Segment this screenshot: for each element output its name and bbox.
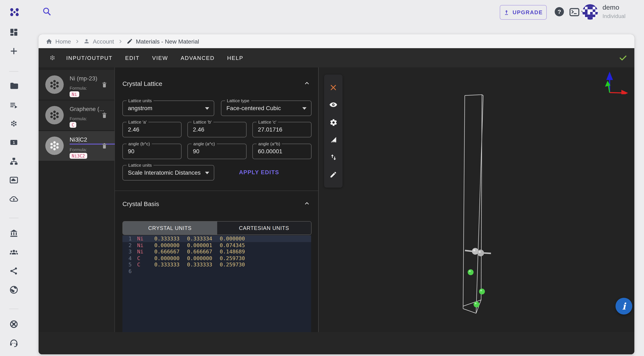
sidebar-item-create[interactable] (9, 46, 19, 56)
lattice-units-mode-select[interactable]: Lattice units Scale Interatomic Distance… (122, 165, 214, 180)
angle-bc-input[interactable]: angle (b^c) 90 (122, 144, 182, 159)
field-value: 27.01716 (258, 122, 282, 137)
menu-advanced[interactable]: ADVANCED (181, 55, 215, 61)
angle-ab-input[interactable]: angle (a^b) 60.00001 (252, 144, 312, 159)
field-value: 2.46 (128, 122, 140, 137)
lattice-b-input[interactable]: Lattice 'b' 2.46 (188, 122, 246, 137)
breadcrumb-home[interactable]: Home (46, 38, 71, 45)
menu-input-output[interactable]: INPUT/OUTPUT (66, 55, 112, 61)
tab-crystal-units[interactable]: CRYSTAL UNITS (123, 221, 217, 234)
breadcrumb-account[interactable]: Account (84, 38, 114, 45)
material-thumbnail (45, 106, 64, 124)
field-value: angstrom (128, 101, 152, 115)
breadcrumb-account-label: Account (93, 38, 114, 45)
collapse-chevron-icon[interactable] (304, 80, 310, 86)
basis-units-tabs: CRYSTAL UNITS CARTESIAN UNITS (122, 221, 312, 235)
sidebar-item-share[interactable] (9, 266, 19, 276)
close-button[interactable] (329, 83, 338, 92)
chevron-down-icon (205, 172, 209, 174)
formula-label: Formula: (70, 147, 87, 152)
lattice-c-input[interactable]: Lattice 'c' 27.01716 (252, 122, 312, 137)
swap-axes-button[interactable] (329, 153, 338, 162)
molecule-icon (9, 119, 18, 128)
svg-text:1: 1 (13, 140, 15, 145)
chevron-down-icon (302, 107, 306, 110)
edit-button[interactable] (329, 170, 338, 179)
menu-edit[interactable]: EDIT (125, 55, 140, 61)
search-button[interactable] (42, 7, 52, 17)
breadcrumb-current: Materials - New Material (126, 38, 199, 45)
axes-gizmo (604, 71, 629, 94)
help-button[interactable]: ? (555, 7, 564, 16)
basis-code-editor[interactable]: 1Ni0.3333330.3333340.000000 2Ni0.0000000… (122, 235, 311, 332)
sidebar-item-one-badge[interactable]: 1 (9, 137, 19, 148)
app-logo[interactable] (10, 7, 19, 17)
material-item-ni[interactable]: Ni (mp-23) Formula: Ni (38, 70, 114, 100)
structure-viewer-canvas[interactable]: i (319, 67, 634, 332)
sidebar-item-bank[interactable] (9, 228, 19, 238)
delete-icon[interactable] (101, 142, 108, 150)
upgrade-button[interactable]: UPGRADE (500, 5, 547, 20)
field-value: 60.00001 (258, 144, 282, 158)
editor-line: 3Ni0.6666670.6666670.148689 (122, 248, 311, 255)
delete-icon[interactable] (101, 111, 108, 119)
sidebar-item-cloud-upload[interactable] (9, 194, 19, 204)
material-item-ni3c2[interactable]: Ni3C2 Formula: Ni3C2 (38, 131, 114, 161)
field-value: 90 (128, 144, 134, 158)
info-button[interactable]: i (616, 298, 632, 315)
share-icon (9, 266, 18, 276)
life-ring-icon (9, 320, 18, 329)
tab-cartesian-units[interactable]: CARTESIAN UNITS (217, 221, 311, 234)
material-name-input[interactable]: Ni3C2 (70, 136, 87, 143)
search-icon (42, 7, 52, 17)
delete-icon[interactable] (101, 81, 108, 88)
sidebar-item-support[interactable] (9, 338, 19, 348)
breadcrumb-home-label: Home (55, 38, 71, 45)
sidebar-item-team[interactable] (9, 247, 19, 257)
sitemap-icon (9, 157, 18, 166)
headset-icon (9, 339, 19, 348)
sidebar-item-projects[interactable] (9, 81, 19, 91)
apply-edits-button[interactable]: APPLY EDITS (239, 169, 279, 176)
user-avatar[interactable] (582, 4, 598, 20)
lattice-type-select[interactable]: Lattice type Face-centered Cubic (221, 101, 312, 116)
sidebar-item-materials[interactable] (9, 119, 19, 129)
upload-icon (504, 9, 510, 16)
sidebar-item-help-ring[interactable] (9, 319, 19, 329)
save-check-button[interactable] (618, 53, 628, 64)
folder-icon (9, 81, 18, 90)
material-item-graphene[interactable]: Graphene (... Formula: C (38, 101, 114, 131)
crystal-basis-title: Crystal Basis (122, 200, 159, 207)
visibility-button[interactable] (329, 100, 338, 110)
lattice-a-input[interactable]: Lattice 'a' 2.46 (122, 122, 182, 137)
material-editor-panel: Crystal Lattice Lattice units angstrom L… (115, 67, 319, 332)
measure-button[interactable] (329, 135, 338, 145)
settings-button[interactable] (329, 118, 338, 127)
sidebar-item-media[interactable] (9, 175, 19, 185)
pencil-icon (126, 38, 133, 44)
collapse-chevron-icon[interactable] (304, 201, 310, 206)
sidebar-item-workflows[interactable] (9, 156, 19, 166)
editor-line: 4C0.0000000.0000000.259730 (122, 255, 311, 261)
viewer-toolbar (324, 75, 342, 188)
lattice-units-select[interactable]: Lattice units angstrom (122, 101, 214, 116)
dashboard-icon (9, 28, 18, 37)
menu-view[interactable]: VIEW (152, 55, 168, 61)
nickel-atoms (468, 269, 485, 307)
globe-icon (9, 285, 18, 294)
sidebar-item-globe[interactable] (9, 285, 19, 295)
molecule-icon (49, 54, 56, 62)
editor-line: 1Ni0.3333330.3333340.000000 (122, 235, 311, 242)
materials-list: Ni (mp-23) Formula: Ni Graphene (... For… (38, 67, 115, 332)
chevron-down-icon (205, 107, 209, 110)
editor-menubar: INPUT/OUTPUT EDIT VIEW ADVANCED HELP (38, 48, 634, 67)
menu-help[interactable]: HELP (227, 55, 244, 61)
material-thumbnail (45, 137, 64, 155)
sidebar-item-dashboard[interactable] (9, 27, 19, 37)
angle-ac-input[interactable]: angle (a^c) 90 (188, 144, 246, 159)
help-glyph: ? (558, 8, 561, 15)
sidebar-divider (9, 309, 18, 309)
editor-line: 6 (122, 268, 311, 274)
person-icon (84, 38, 90, 44)
sidebar-item-jobs[interactable] (9, 100, 19, 110)
